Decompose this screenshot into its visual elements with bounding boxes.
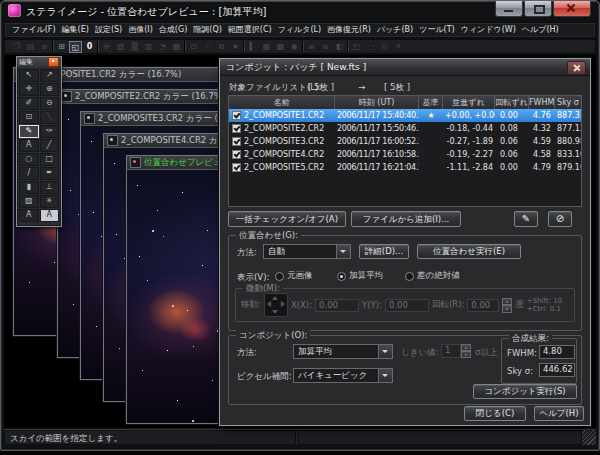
image-preview-icon[interactable]: ◱ — [69, 41, 82, 53]
uncheck-pen-icon[interactable]: ⊘ — [548, 211, 572, 227]
col-name[interactable]: 名前 — [229, 96, 335, 109]
row-checkbox[interactable] — [232, 137, 241, 146]
line-tool-icon[interactable]: ╱ — [40, 139, 60, 152]
col-reference[interactable]: 基準 — [419, 96, 443, 109]
row-checkbox[interactable] — [232, 150, 241, 159]
fwhm-value: 4.59 — [529, 135, 555, 148]
sky-value: 833.16 — [555, 148, 581, 161]
toolbar-separator-2 — [97, 41, 99, 52]
rect-tool-icon[interactable]: □ — [40, 153, 60, 166]
hand-icon[interactable]: ✛ — [19, 83, 39, 96]
dialog-titlebar[interactable]: コンポジット : バッチ [ New.fts ] — [220, 59, 590, 76]
menu-help[interactable]: ヘルプ(H) — [519, 23, 562, 37]
brush-icon[interactable]: ✐ — [19, 97, 39, 110]
edit-area-icon[interactable]: ✎ — [19, 125, 39, 138]
ellipse-tool-icon[interactable]: ○ — [19, 153, 39, 166]
align-execute-button[interactable]: 位置合わせ実行(E) — [417, 244, 521, 259]
menu-filter[interactable]: フィルタ(L) — [275, 23, 324, 37]
gradient-tool-icon[interactable]: ▨ — [19, 195, 39, 208]
toggle-all-check-button[interactable]: 一括チェックオン/オフ(A) — [228, 211, 346, 227]
row-checkbox[interactable] — [232, 111, 241, 120]
toolbar-separator-5 — [302, 41, 304, 52]
region-pen-icon[interactable]: ⊡ — [19, 111, 39, 124]
maximize-button[interactable] — [524, 1, 552, 17]
radio-average[interactable]: 加算平均 — [337, 270, 383, 282]
column-tool-icon[interactable]: ▮ — [19, 181, 39, 194]
menu-settings[interactable]: 設定(S) — [92, 23, 125, 37]
bright-stars-layer — [104, 148, 106, 150]
interp-label: ピクセル補間: — [237, 371, 292, 383]
main-toolbar: ❐▤⧈⊞◱0✣▧▒▥◔▦⊡⁘⧉★▍▦▩◉⧆⧇◧◰⁛◎✳ — [4, 39, 596, 54]
slash-tool-icon[interactable]: / — [19, 167, 39, 180]
quill-tool-icon[interactable]: ✒ — [40, 167, 60, 180]
zoom-region-icon: ◰ — [350, 41, 363, 53]
menu-image[interactable]: 画像(I) — [125, 23, 156, 37]
col-shift[interactable]: 並進ずれ — [443, 96, 495, 109]
resize-grip[interactable] — [582, 430, 596, 445]
interp-select[interactable]: バイキュービック — [293, 368, 393, 383]
spray-tool-icon[interactable]: ✳ — [40, 195, 60, 208]
menu-bar: ファイル(F)編集(E)設定(S)画像(I)合成(G)階調(Q)範囲選択(C)フ… — [4, 22, 596, 38]
menu-composite[interactable]: 合成(G) — [156, 23, 190, 37]
menu-batch[interactable]: バッチ(B) — [374, 23, 416, 37]
image-window-icon — [61, 91, 72, 102]
zoom-in-icon[interactable]: ⊕ — [40, 83, 60, 96]
dialog-help-button[interactable]: ヘルプ(H) — [534, 406, 584, 421]
threshold-stepper — [461, 344, 471, 358]
composite-execute-button[interactable]: コンポジット実行(S) — [473, 384, 577, 399]
col-fwhm[interactable]: FWHM — [529, 96, 555, 109]
table-row-3[interactable]: 2_COMPOSITE3.CR2 2006/11/17 16:00:52.50 … — [229, 135, 581, 148]
radio-icon — [275, 272, 284, 281]
text-tool-icon[interactable]: A — [19, 139, 39, 152]
minimize-button[interactable] — [495, 1, 523, 17]
palette-close-button[interactable] — [48, 57, 59, 67]
row-checkbox[interactable] — [232, 124, 241, 133]
close-button[interactable] — [553, 1, 591, 17]
align-method-value: 自動 — [264, 245, 336, 258]
table-row-5[interactable]: 2_COMPOSITE5.CR2 2006/11/17 16:21:04.50 … — [229, 161, 581, 174]
curve-adjust-icon: ◔ — [156, 41, 169, 53]
adjust-pointer-icon[interactable]: ↗ — [40, 69, 60, 82]
menu-window[interactable]: ウィンドウ(W) — [458, 23, 519, 37]
mask-view-icon: ▩ — [274, 41, 287, 53]
app-titlebar[interactable]: ステライメージ - 位置合わせプレビュー : [加算平均] — [1, 1, 599, 21]
file-name: 2_COMPOSITE4.CR2 — [244, 148, 324, 161]
stamp-tool-icon[interactable]: ⊥ — [40, 181, 60, 194]
text-fill-icon[interactable]: A — [19, 209, 39, 222]
menu-file[interactable]: ファイル(F) — [9, 23, 59, 37]
pencil-icon[interactable]: ✑ — [40, 125, 60, 138]
radio-selected-icon — [337, 272, 346, 281]
text-invert-icon[interactable]: A — [40, 209, 60, 222]
radio-original[interactable]: 元画像 — [275, 270, 313, 282]
window-arrange-icon[interactable]: ⊞ — [55, 41, 68, 53]
menu-gradation[interactable]: 階調(Q) — [190, 23, 225, 37]
table-row-4[interactable]: 2_COMPOSITE4.CR2 2006/11/17 16:10:58.50 … — [229, 148, 581, 161]
open-file-icon: ❐ — [10, 41, 23, 53]
composite-method-select[interactable]: 加算平均 — [293, 344, 393, 359]
table-row-1[interactable]: 2_COMPOSITE1.CR2 2006/11/17 15:40:40.50 … — [229, 109, 581, 122]
check-pen-icon[interactable]: ✎ — [514, 211, 538, 227]
col-time[interactable]: 時刻 (UT) — [335, 96, 419, 109]
col-rotation[interactable]: 回転ずれ — [495, 96, 529, 109]
col-sky[interactable]: Sky σ — [555, 96, 581, 109]
align-detail-button[interactable]: 詳細(D)... — [359, 244, 409, 259]
menu-range-select[interactable]: 範囲選択(C) — [225, 23, 275, 37]
palette-titlebar[interactable]: 編集 — [17, 57, 61, 67]
menu-restoration[interactable]: 画像復元(R) — [324, 23, 374, 37]
up-arrow-icon — [272, 296, 278, 300]
radio-abs-diff[interactable]: 差の絶対値 — [405, 270, 460, 282]
app-icon — [8, 4, 21, 17]
dialog-close-button[interactable]: 閉じる(C) — [464, 406, 526, 421]
composite-batch-dialog: コンポジット : バッチ [ New.fts ] 対象ファイルリスト(L): [… — [219, 58, 591, 426]
table-row-2[interactable]: 2_COMPOSITE2.CR2 2006/11/17 15:50:46.50 … — [229, 122, 581, 135]
zoom-out-icon[interactable]: ⊖ — [40, 97, 60, 110]
menu-edit[interactable]: 編集(E) — [59, 23, 92, 37]
row-checkbox[interactable] — [232, 163, 241, 172]
zero-magnify-icon[interactable]: 0 — [83, 41, 96, 53]
dialog-close-icon[interactable] — [567, 61, 586, 75]
align-method-select[interactable]: 自動 — [263, 244, 351, 259]
menu-tools[interactable]: ツール(T) — [416, 23, 458, 37]
sky-value: 880.98 — [555, 135, 581, 148]
pointer-icon[interactable]: ↖ — [19, 69, 39, 82]
add-from-file-button[interactable]: ファイルから追加(I)... — [351, 211, 461, 227]
